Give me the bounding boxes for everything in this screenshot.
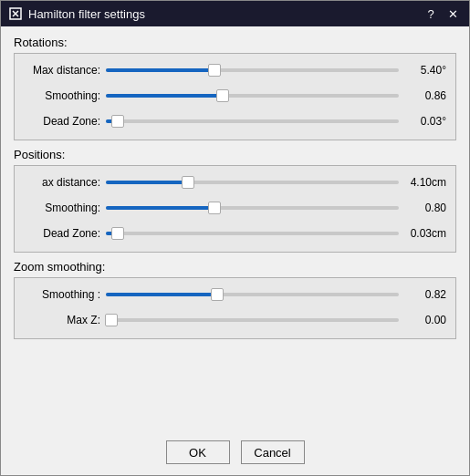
slider-row-zoom-smoothing: Smoothing :0.82 <box>24 284 446 305</box>
window-title: Hamilton filter settings <box>28 7 422 21</box>
slider-track-container-rot-smoothing <box>106 88 399 104</box>
slider-label-rot-smoothing: Smoothing: <box>24 89 106 102</box>
slider-track-container-pos-smoothing <box>106 200 399 216</box>
slider-value-pos-smoothing: 0.80 <box>399 202 446 214</box>
cancel-button[interactable]: Cancel <box>241 440 305 464</box>
slider-value-zoom-smoothing: 0.82 <box>399 288 446 301</box>
slider-fill-pos-smoothing <box>106 206 214 210</box>
section-zoom: Zoom smoothing:Smoothing :0.82Max Z:0.00 <box>14 260 456 339</box>
slider-value-zoom-max-z: 0.00 <box>399 314 446 326</box>
slider-row-pos-smoothing: Smoothing:0.80 <box>24 197 446 219</box>
slider-track-rot-dead-zone <box>106 119 399 123</box>
slider-fill-pos-max-dist <box>106 181 188 184</box>
slider-row-pos-max-dist: ax distance:4.10cm <box>24 171 446 193</box>
slider-thumb-zoom-smoothing[interactable] <box>211 288 224 301</box>
slider-fill-rot-smoothing <box>106 94 223 98</box>
slider-thumb-pos-max-dist[interactable] <box>182 176 194 189</box>
app-icon <box>8 6 23 21</box>
section-positions: Positions:ax distance:4.10cmSmoothing:0.… <box>14 148 456 253</box>
slider-value-rot-smoothing: 0.86 <box>399 89 446 102</box>
slider-value-pos-max-dist: 4.10cm <box>399 176 446 189</box>
section-label-positions: Positions: <box>14 148 456 161</box>
slider-row-rot-smoothing: Smoothing:0.86 <box>24 85 446 107</box>
slider-value-rot-max-dist: 5.40° <box>399 64 446 77</box>
main-window: Hamilton filter settings ? ✕ Rotations:M… <box>0 0 470 476</box>
section-box-positions: ax distance:4.10cmSmoothing:0.80Dead Zon… <box>14 165 456 253</box>
section-rotations: Rotations:Max distance:5.40°Smoothing:0.… <box>14 36 456 140</box>
slider-label-rot-max-dist: Max distance: <box>24 64 106 77</box>
slider-label-pos-dead-zone: Dead Zone: <box>24 227 106 240</box>
slider-track-zoom-smoothing <box>106 293 399 296</box>
section-label-rotations: Rotations: <box>14 36 456 49</box>
slider-label-pos-max-dist: ax distance: <box>24 176 106 189</box>
help-button[interactable]: ? <box>422 5 440 22</box>
slider-thumb-pos-dead-zone[interactable] <box>111 227 124 240</box>
slider-label-pos-smoothing: Smoothing: <box>24 202 106 214</box>
slider-track-rot-max-dist <box>106 68 399 72</box>
slider-row-rot-max-dist: Max distance:5.40° <box>24 59 446 81</box>
slider-row-rot-dead-zone: Dead Zone:0.03° <box>24 110 446 132</box>
slider-track-pos-smoothing <box>106 206 399 210</box>
slider-thumb-rot-smoothing[interactable] <box>216 89 229 102</box>
slider-label-zoom-smoothing: Smoothing : <box>24 288 106 301</box>
slider-row-zoom-max-z: Max Z:0.00 <box>24 309 446 331</box>
dialog-content: Rotations:Max distance:5.40°Smoothing:0.… <box>1 26 469 433</box>
slider-track-container-zoom-smoothing <box>106 286 399 303</box>
slider-track-zoom-max-z <box>106 318 399 322</box>
slider-track-container-pos-dead-zone <box>106 225 399 242</box>
slider-label-zoom-max-z: Max Z: <box>24 314 106 326</box>
slider-track-rot-smoothing <box>106 94 399 98</box>
slider-track-container-rot-max-dist <box>106 62 399 78</box>
slider-track-container-rot-dead-zone <box>106 113 399 129</box>
slider-thumb-zoom-max-z[interactable] <box>105 314 118 326</box>
title-bar-controls: ? ✕ <box>422 5 462 22</box>
slider-label-rot-dead-zone: Dead Zone: <box>24 115 106 128</box>
slider-thumb-pos-smoothing[interactable] <box>208 202 221 214</box>
slider-track-container-zoom-max-z <box>106 312 399 328</box>
close-button[interactable]: ✕ <box>444 5 462 22</box>
slider-row-pos-dead-zone: Dead Zone:0.03cm <box>24 222 446 244</box>
ok-button[interactable]: OK <box>166 440 230 464</box>
section-box-zoom: Smoothing :0.82Max Z:0.00 <box>14 277 456 339</box>
dialog-footer: OK Cancel <box>1 433 469 475</box>
slider-value-rot-dead-zone: 0.03° <box>399 115 446 128</box>
slider-thumb-rot-max-dist[interactable] <box>208 64 221 77</box>
slider-thumb-rot-dead-zone[interactable] <box>111 115 124 128</box>
title-bar: Hamilton filter settings ? ✕ <box>1 1 469 26</box>
slider-track-pos-dead-zone <box>106 232 399 235</box>
slider-track-container-pos-max-dist <box>106 174 399 191</box>
slider-track-pos-max-dist <box>106 181 399 184</box>
section-label-zoom: Zoom smoothing: <box>14 260 456 274</box>
slider-fill-zoom-smoothing <box>106 293 217 296</box>
section-box-rotations: Max distance:5.40°Smoothing:0.86Dead Zon… <box>14 53 456 140</box>
slider-value-pos-dead-zone: 0.03cm <box>399 227 446 240</box>
slider-fill-rot-max-dist <box>106 68 214 72</box>
